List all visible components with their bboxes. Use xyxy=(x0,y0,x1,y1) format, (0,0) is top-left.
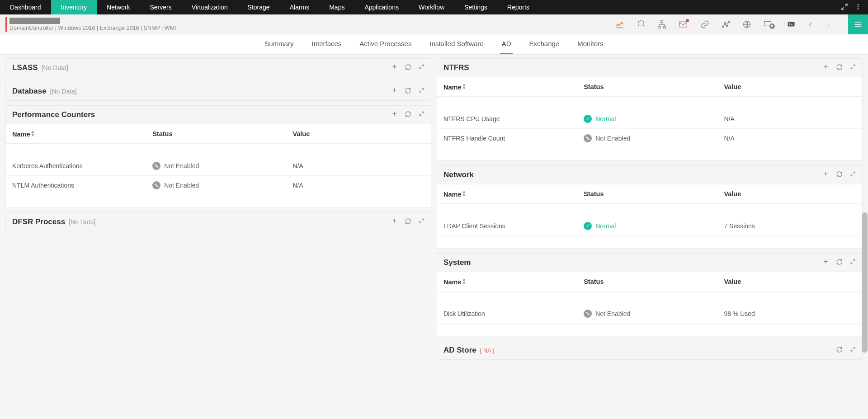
refresh-icon[interactable] xyxy=(405,87,411,95)
expand-icon[interactable] xyxy=(419,64,425,72)
panel-tag: [No Data] xyxy=(50,88,77,95)
check-circle-icon: ✓ xyxy=(584,222,592,230)
svg-rect-3 xyxy=(661,20,663,22)
col-value[interactable]: Value xyxy=(717,77,862,97)
col-name[interactable]: Name▴▾ xyxy=(437,184,577,204)
nav-virtualization[interactable]: Virtualization xyxy=(182,0,238,14)
chart-icon[interactable] xyxy=(615,20,625,29)
status-text: Normal xyxy=(595,115,616,122)
col-value[interactable]: Value xyxy=(286,124,431,144)
expand-icon[interactable] xyxy=(850,171,856,179)
metric-name: NTLM Authentications xyxy=(6,175,146,195)
add-icon[interactable] xyxy=(392,111,397,119)
col-name[interactable]: Name▴▾ xyxy=(437,272,577,292)
expand-icon[interactable] xyxy=(419,218,425,226)
col-status[interactable]: Status xyxy=(577,77,717,97)
link-icon[interactable] xyxy=(700,20,710,29)
mail-icon[interactable] xyxy=(678,20,688,29)
panel-title: Performance Counters xyxy=(12,110,95,119)
refresh-icon[interactable] xyxy=(405,218,411,226)
panel-title: Database xyxy=(12,87,47,96)
status-text: Not Enabled xyxy=(595,135,630,142)
graph-icon[interactable] xyxy=(722,20,731,29)
panel-ad-store: AD Store[ NA ] xyxy=(437,341,863,360)
nav-storage[interactable]: Storage xyxy=(238,0,280,14)
nav-settings[interactable]: Settings xyxy=(454,0,497,14)
panel-actions xyxy=(836,346,856,354)
secondary-header: DomainController | Windows 2016 | Exchan… xyxy=(0,14,868,34)
metric-value: 7 Sessions xyxy=(717,217,862,236)
metric-value: N/A xyxy=(717,128,862,148)
globe-icon[interactable] xyxy=(742,20,751,29)
nav-dashboard[interactable]: Dashboard xyxy=(0,0,51,14)
expand-icon[interactable] xyxy=(419,111,425,119)
col-status[interactable]: Status xyxy=(577,184,717,204)
tab-summary[interactable]: Summary xyxy=(263,34,295,54)
col-status[interactable]: Status xyxy=(577,272,717,292)
tab-ad[interactable]: AD xyxy=(500,34,513,54)
metric-value: 98 % Used xyxy=(717,304,862,324)
collapse-icon[interactable] xyxy=(841,3,848,12)
add-icon[interactable] xyxy=(823,171,829,179)
expand-icon[interactable] xyxy=(419,87,425,95)
refresh-icon[interactable] xyxy=(836,346,843,354)
svg-rect-5 xyxy=(663,26,665,28)
col-value[interactable]: Value xyxy=(717,184,862,204)
expand-icon[interactable] xyxy=(850,346,856,354)
monitor-disabled-icon[interactable]: ✕ xyxy=(763,20,775,29)
panel-dfsr-process: DFSR Process[No Data] xyxy=(5,212,431,231)
panel-header: Database[No Data] xyxy=(6,82,431,100)
nav-reports[interactable]: Reports xyxy=(497,0,539,14)
nav-inventory[interactable]: Inventory xyxy=(51,0,97,14)
tab-installed-software[interactable]: Installed Software xyxy=(428,34,485,54)
topology-icon[interactable] xyxy=(657,20,666,29)
nav-workflow[interactable]: Workflow xyxy=(409,0,454,14)
expand-icon[interactable] xyxy=(850,259,856,267)
add-icon[interactable] xyxy=(392,87,397,95)
col-name[interactable]: Name▴▾ xyxy=(6,124,146,144)
svg-point-1 xyxy=(858,6,859,7)
add-icon[interactable] xyxy=(823,259,829,267)
metric-value: N/A xyxy=(286,175,431,195)
top-nav-right xyxy=(841,0,868,14)
expand-icon[interactable] xyxy=(850,64,856,72)
device-name-redacted xyxy=(9,18,60,24)
refresh-icon[interactable] xyxy=(405,111,411,119)
disabled-icon xyxy=(584,310,592,318)
prev-icon[interactable] xyxy=(807,20,814,28)
nav-maps[interactable]: Maps xyxy=(319,0,354,14)
metric-name: Kerberos Authentications xyxy=(6,156,146,176)
nav-alarms[interactable]: Alarms xyxy=(280,0,320,14)
add-icon[interactable] xyxy=(392,64,397,72)
tab-interfaces[interactable]: Interfaces xyxy=(310,34,343,54)
tab-exchange[interactable]: Exchange xyxy=(527,34,561,54)
subnav-tabs: SummaryInterfacesActive ProcessesInstall… xyxy=(0,34,868,55)
tab-active-processes[interactable]: Active Processes xyxy=(358,34,413,54)
refresh-icon[interactable] xyxy=(836,259,843,267)
top-nav-left: DashboardInventoryNetworkServersVirtuali… xyxy=(0,0,539,14)
more-vertical-icon[interactable] xyxy=(854,3,862,12)
refresh-icon[interactable] xyxy=(836,171,843,179)
scrollbar-thumb[interactable] xyxy=(862,212,868,353)
add-icon[interactable] xyxy=(392,218,397,226)
status-text: Not Enabled xyxy=(164,162,199,169)
refresh-icon[interactable] xyxy=(405,64,411,72)
nav-applications[interactable]: Applications xyxy=(354,0,409,14)
hamburger-button[interactable] xyxy=(848,14,868,34)
status-text: Not Enabled xyxy=(595,310,630,317)
col-status[interactable]: Status xyxy=(146,124,286,144)
refresh-icon[interactable] xyxy=(836,64,843,72)
nav-servers[interactable]: Servers xyxy=(140,0,181,14)
col-value[interactable]: Value xyxy=(717,272,862,292)
add-icon[interactable] xyxy=(823,64,829,72)
device-subtitle: DomainController | Windows 2016 | Exchan… xyxy=(9,25,176,31)
panel-title: LSASS xyxy=(12,63,38,72)
bell-icon[interactable] xyxy=(637,20,646,29)
top-nav: DashboardInventoryNetworkServersVirtuali… xyxy=(0,0,868,14)
panel-actions xyxy=(392,64,425,72)
terminal-icon[interactable] xyxy=(787,20,796,28)
tab-monitors[interactable]: Monitors xyxy=(576,34,605,54)
col-name[interactable]: Name▴▾ xyxy=(437,77,577,97)
nav-network[interactable]: Network xyxy=(97,0,140,14)
metrics-table: Name▴▾StatusValueNTFRS CPU Usage✓NormalN… xyxy=(437,77,862,160)
